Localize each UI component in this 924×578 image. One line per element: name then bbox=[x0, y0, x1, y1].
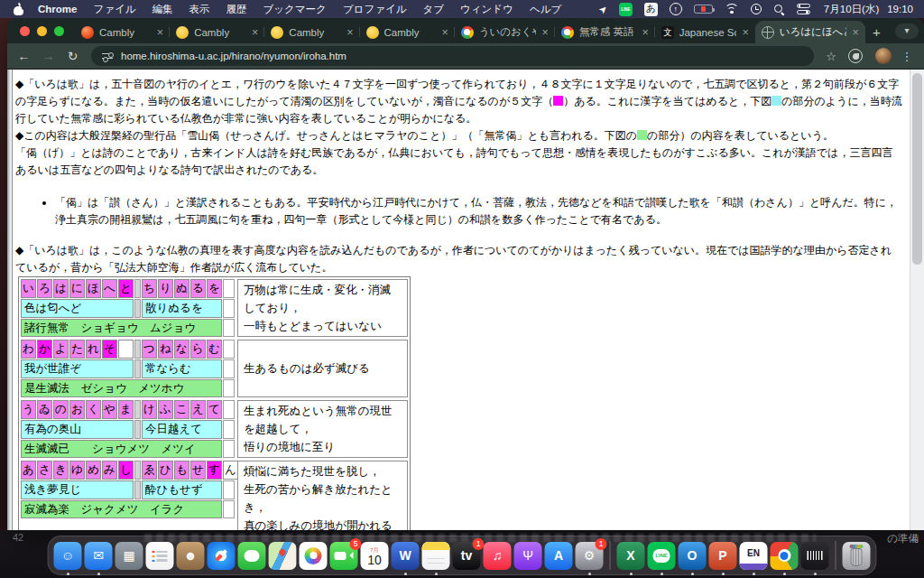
kana-cell: よ bbox=[53, 340, 69, 359]
dock-settings-icon[interactable]: ⚙1 bbox=[576, 542, 604, 570]
dock-maps-icon[interactable] bbox=[269, 542, 297, 570]
tab-close-icon[interactable]: × bbox=[852, 26, 858, 39]
dock-music-icon[interactable]: ♫ bbox=[484, 542, 512, 570]
dock-trash-icon[interactable] bbox=[843, 542, 871, 570]
tab-close-icon[interactable]: × bbox=[441, 26, 448, 39]
menu-item-4[interactable]: 履歴 bbox=[218, 3, 255, 16]
tab-close-icon[interactable]: × bbox=[642, 26, 648, 39]
menu-item-8[interactable]: ウィンドウ bbox=[452, 3, 522, 16]
tab-7[interactable]: いろはにほへと× bbox=[755, 21, 865, 43]
dock-notes-icon[interactable] bbox=[422, 542, 450, 570]
wifi-icon[interactable] bbox=[725, 4, 739, 14]
menubar-time[interactable]: 19:10 bbox=[887, 4, 913, 14]
forward-button[interactable] bbox=[37, 49, 60, 63]
dock-finder-icon[interactable]: ☺ bbox=[54, 542, 82, 570]
tab-close-icon[interactable]: × bbox=[742, 26, 748, 39]
control-center-icon[interactable] bbox=[797, 4, 810, 14]
dock-chrome-icon[interactable] bbox=[771, 542, 799, 570]
tab-0[interactable]: Cambly× bbox=[75, 21, 170, 43]
dock-safari-icon[interactable] bbox=[208, 542, 236, 570]
apple-menu-icon[interactable] bbox=[13, 3, 24, 16]
menu-item-7[interactable]: タブ bbox=[415, 3, 453, 16]
tab-5[interactable]: 無常感 英語 - G× bbox=[555, 21, 655, 43]
trailing-cell bbox=[223, 299, 235, 318]
menubar-date[interactable]: 7月10日(水) bbox=[824, 3, 879, 16]
dock-reminders-icon[interactable] bbox=[146, 542, 174, 570]
iroha-block-4: あさきゆめみしゑひもせすん浅き夢見じ酔ひもせず寂滅為楽 ジャクメツ イラク煩悩に… bbox=[21, 461, 408, 530]
dock-powerpoint-icon[interactable]: P bbox=[709, 542, 737, 570]
dock-line-icon[interactable]: LINE bbox=[648, 542, 676, 570]
dock-photos-icon[interactable] bbox=[300, 542, 328, 570]
menu-item-0[interactable]: Chrome bbox=[30, 4, 85, 14]
tabs: Cambly×Cambly×Cambly×Cambly×ういのおくやま×無常感 … bbox=[75, 21, 865, 43]
tab-close-icon[interactable]: × bbox=[541, 26, 548, 39]
tab-4[interactable]: ういのおくやま× bbox=[455, 21, 555, 43]
dock-contacts-icon[interactable]: ☻ bbox=[177, 542, 205, 570]
scrollbar-thumb[interactable] bbox=[912, 73, 922, 265]
menu-item-1[interactable]: ファイル bbox=[85, 3, 143, 16]
site-settings-icon[interactable] bbox=[102, 51, 113, 61]
kana-cell: う bbox=[21, 400, 36, 419]
running-indicator-dot bbox=[630, 573, 633, 575]
dock-appstore-icon[interactable]: A bbox=[545, 542, 573, 570]
kanji-row: 生滅滅已 ショウメツ メツイ bbox=[21, 440, 236, 458]
location-icon[interactable] bbox=[599, 4, 607, 15]
dock-mail-icon[interactable]: ✉ bbox=[85, 542, 113, 570]
meaning-cell: 煩悩に満ちた現世を脱し， 生死の苦から解き放たれたとき， 真の楽しみの境地が開か… bbox=[237, 461, 408, 530]
dock-messages-icon[interactable] bbox=[238, 542, 266, 570]
extension-icon[interactable] bbox=[848, 49, 863, 63]
battery-icon[interactable] bbox=[694, 5, 713, 14]
dock-glyph: ✉ bbox=[93, 549, 104, 562]
kana-cell: と bbox=[118, 279, 134, 298]
new-tab-button[interactable] bbox=[865, 24, 888, 43]
minimize-window-button[interactable] bbox=[37, 26, 47, 36]
browser-menu-icon[interactable] bbox=[899, 50, 915, 63]
tab-1[interactable]: Cambly× bbox=[170, 21, 264, 43]
kana-cell: ふ bbox=[158, 400, 173, 419]
tab-close-icon[interactable]: × bbox=[157, 26, 163, 39]
background-counter-text: 42 bbox=[13, 532, 23, 543]
window-controls bbox=[16, 18, 75, 43]
menu-items: Chromeファイル編集表示履歴ブックマークプロファイルタブウィンドウヘルプ bbox=[30, 3, 569, 16]
tab-search-button[interactable] bbox=[895, 23, 919, 39]
running-indicator-dot bbox=[404, 573, 407, 575]
tab-close-icon[interactable]: × bbox=[346, 26, 353, 39]
dock-appletv-icon[interactable]: tv1 bbox=[453, 542, 481, 570]
tab-close-icon[interactable]: × bbox=[252, 26, 258, 39]
scrollbar[interactable] bbox=[910, 70, 924, 530]
bookmark-star-icon[interactable] bbox=[821, 50, 841, 63]
zoom-window-button[interactable] bbox=[54, 26, 64, 36]
running-indicator-dot bbox=[67, 573, 69, 575]
dock-facetime-icon[interactable]: 5 bbox=[330, 542, 358, 570]
paragraph-1: ◆「いろは歌」は，五十音図のヤ行のイとエ，ワ行のウを除いた４７文字を一回ずつ使っ… bbox=[15, 76, 902, 127]
close-window-button[interactable] bbox=[20, 26, 30, 36]
line-status-icon[interactable]: LINE bbox=[619, 3, 633, 16]
google-favicon bbox=[561, 26, 574, 39]
menu-item-5[interactable]: ブックマーク bbox=[255, 3, 335, 16]
paragraph-3: ◆「いろは歌」は，このような仏教の真理を表す高度な内容を読み込んだものであるが，… bbox=[15, 242, 902, 276]
tab-3[interactable]: Cambly× bbox=[360, 21, 455, 43]
dock-calendar-icon[interactable]: 7月10 bbox=[361, 542, 389, 570]
tab-2[interactable]: Cambly× bbox=[264, 21, 359, 43]
spotlight-icon[interactable] bbox=[773, 4, 785, 15]
tab-title: ういのおくやま bbox=[479, 25, 537, 39]
reload-button[interactable] bbox=[61, 49, 84, 63]
address-bar[interactable]: home.hiroshima-u.ac.jp/hirano/nyumon/iro… bbox=[91, 46, 814, 66]
dock-outlook-icon[interactable]: O bbox=[679, 542, 707, 570]
dock-podcasts-icon[interactable]: Ψ bbox=[514, 542, 542, 570]
dock-launchpad-icon[interactable]: ▦ bbox=[116, 542, 143, 570]
dock-voicememos-icon[interactable] bbox=[801, 542, 829, 570]
dock-evernote-icon[interactable]: EN bbox=[740, 542, 768, 570]
profile-avatar[interactable] bbox=[875, 48, 892, 64]
dock-excel-icon[interactable]: X bbox=[617, 542, 645, 570]
tab-6[interactable]: 文Japanese Song× bbox=[655, 21, 755, 43]
menu-item-9[interactable]: ヘルプ bbox=[522, 3, 569, 16]
menu-item-2[interactable]: 編集 bbox=[144, 3, 181, 16]
menu-item-6[interactable]: プロファイル bbox=[335, 3, 415, 16]
upload-circle-icon[interactable] bbox=[670, 3, 682, 15]
menu-item-3[interactable]: 表示 bbox=[181, 3, 218, 16]
ime-input-icon[interactable]: あ bbox=[644, 3, 658, 16]
back-button[interactable] bbox=[13, 49, 35, 63]
dock-word-icon[interactable]: W bbox=[392, 542, 420, 570]
clock-icon[interactable] bbox=[751, 4, 762, 14]
